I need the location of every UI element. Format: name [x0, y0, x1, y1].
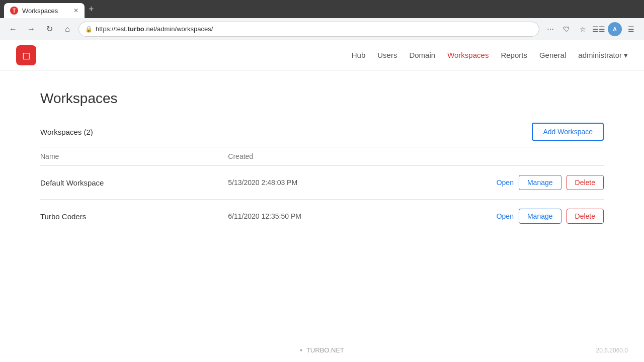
page-title: Workspaces [40, 90, 604, 107]
address-bar-row: ← → ↻ ⌂ 🔒 https://test.turbo.net/admin/w… [0, 18, 644, 40]
header-actions [416, 152, 604, 160]
main-content: Workspaces Workspaces (2) Add Workspace … [0, 70, 644, 253]
tab-title: Workspaces [22, 7, 58, 15]
profile-avatar: A [608, 22, 622, 36]
address-bar[interactable]: 🔒 https://test.turbo.net/admin/workspace… [78, 22, 539, 37]
table-row: Default Workspace 5/13/2020 2:48:03 PM O… [40, 166, 604, 200]
back-button[interactable]: ← [6, 22, 20, 36]
open-link-2[interactable]: Open [497, 212, 514, 220]
workspaces-table: Name Created Default Workspace 5/13/2020… [40, 147, 604, 233]
bookmark-button[interactable]: 🛡 [559, 22, 574, 36]
app-header: ◻ Hub Users Domain Workspaces Reports Ge… [0, 40, 644, 70]
extensions-button[interactable]: ⋯ [543, 22, 557, 36]
active-tab[interactable]: T Workspaces ✕ [4, 3, 85, 18]
tab-favicon: T [10, 7, 18, 15]
workspace-name-1: Default Workspace [40, 178, 228, 187]
workspaces-count: Workspaces (2) [40, 128, 93, 136]
workspace-created-1: 5/13/2020 2:48:03 PM [228, 178, 416, 187]
header-created: Created [228, 152, 416, 160]
nav-users[interactable]: Users [377, 51, 397, 59]
nav-reports[interactable]: Reports [501, 51, 527, 59]
manage-button-2[interactable]: Manage [519, 209, 561, 224]
delete-button-2[interactable]: Delete [567, 209, 604, 224]
table-header: Name Created [40, 147, 604, 166]
workspace-created-2: 6/11/2020 12:35:50 PM [228, 212, 416, 220]
nav-admin-dropdown[interactable]: administrator ▾ [578, 51, 628, 60]
reading-list-button[interactable]: ☰☰ [592, 22, 606, 36]
admin-chevron-icon: ▾ [624, 51, 628, 60]
logo-icon: ◻ [22, 49, 31, 61]
nav-hub[interactable]: Hub [352, 51, 366, 59]
star-button[interactable]: ☆ [576, 22, 590, 36]
workspace-actions-1: Open Manage Delete [416, 175, 604, 190]
workspace-name-2: Turbo Coders [40, 212, 228, 221]
workspace-actions-2: Open Manage Delete [416, 209, 604, 224]
reload-button[interactable]: ↻ [42, 22, 56, 36]
tab-bar: T Workspaces ✕ + [0, 0, 644, 18]
add-workspace-button[interactable]: Add Workspace [532, 123, 604, 141]
table-row: Turbo Coders 6/11/2020 12:35:50 PM Open … [40, 200, 604, 233]
manage-button-1[interactable]: Manage [519, 175, 561, 190]
nav-domain[interactable]: Domain [409, 51, 435, 59]
open-link-1[interactable]: Open [497, 178, 514, 187]
home-button[interactable]: ⌂ [60, 22, 74, 36]
tab-close-button[interactable]: ✕ [73, 7, 78, 14]
url-display: https://test.turbo.net/admin/workspaces/ [96, 25, 213, 33]
forward-button[interactable]: → [24, 22, 38, 36]
browser-extras: ⋯ 🛡 ☆ ☰☰ A ☰ [543, 22, 638, 36]
main-nav: Hub Users Domain Workspaces Reports Gene… [352, 51, 628, 60]
admin-label: administrator [578, 51, 622, 59]
new-tab-button[interactable]: + [85, 4, 98, 15]
app-logo[interactable]: ◻ [16, 45, 36, 65]
profile-button[interactable]: A [608, 22, 622, 36]
workspaces-header: Workspaces (2) Add Workspace [40, 123, 604, 141]
delete-button-1[interactable]: Delete [567, 175, 604, 190]
header-name: Name [40, 152, 228, 160]
nav-general[interactable]: General [539, 51, 566, 59]
menu-button[interactable]: ☰ [624, 22, 638, 36]
nav-workspaces[interactable]: Workspaces [447, 51, 489, 59]
secure-icon: 🔒 [85, 26, 93, 33]
